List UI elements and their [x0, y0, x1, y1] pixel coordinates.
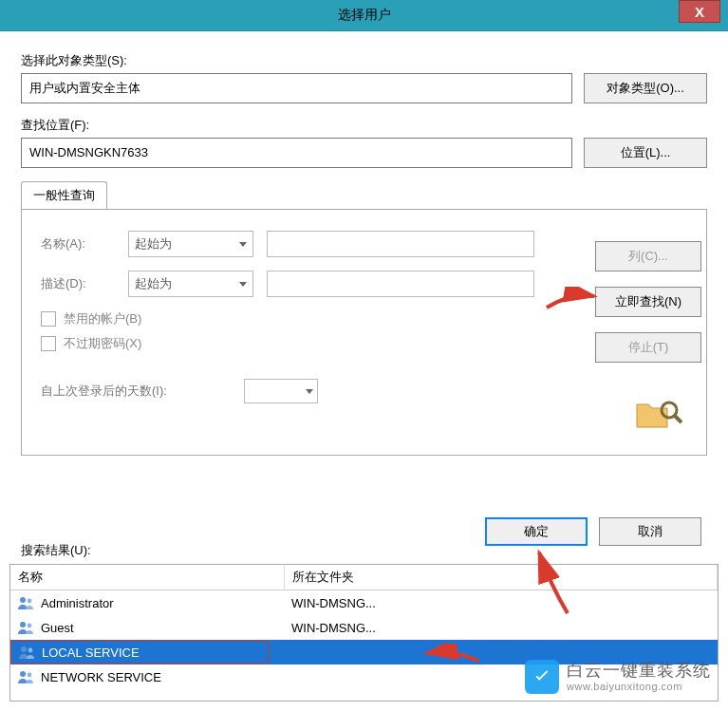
description-input[interactable]	[267, 271, 534, 297]
result-name: LOCAL SERVICE	[42, 646, 140, 660]
description-label: 描述(D):	[41, 275, 115, 292]
user-icon	[18, 596, 35, 609]
days-since-login-label: 自上次登录后的天数(I):	[41, 383, 231, 400]
svg-point-4	[20, 622, 26, 627]
svg-point-9	[28, 673, 32, 678]
location-label: 查找位置(F):	[21, 117, 707, 134]
search-results-label: 搜索结果(U):	[21, 542, 91, 559]
result-name: NETWORK SERVICE	[41, 670, 161, 684]
watermark: 白云一键重装系统 www.baiyunxitong.com	[525, 660, 711, 694]
svg-point-3	[28, 599, 32, 604]
user-icon	[18, 621, 35, 634]
result-folder: WIN-DMSNG...	[284, 621, 718, 635]
find-now-button[interactable]: 立即查找(N)	[595, 287, 701, 317]
result-row[interactable]: GuestWIN-DMSNG...	[10, 615, 718, 640]
svg-point-8	[20, 671, 26, 677]
columns-button[interactable]: 列(C)...	[595, 241, 701, 271]
name-match-combo[interactable]: 起始为	[128, 231, 253, 257]
days-since-login-combo[interactable]	[244, 379, 318, 403]
object-types-button[interactable]: 对象类型(O)...	[584, 73, 707, 103]
svg-point-6	[21, 646, 27, 652]
description-match-combo[interactable]: 起始为	[128, 271, 253, 297]
result-row[interactable]: AdministratorWIN-DMSNG...	[10, 590, 718, 615]
result-folder: WIN-DMSNG...	[284, 596, 718, 610]
cancel-button[interactable]: 取消	[599, 517, 701, 546]
svg-point-2	[20, 597, 26, 603]
titlebar: 选择用户 X	[0, 0, 728, 31]
column-folder[interactable]: 所在文件夹	[285, 565, 718, 589]
side-buttons: 列(C)... 立即查找(N) 停止(T)	[595, 241, 701, 363]
ok-cancel-row: 确定 取消	[485, 517, 701, 546]
user-icon	[19, 646, 36, 659]
watermark-title: 白云一键重装系统	[567, 662, 711, 681]
disabled-accounts-checkbox[interactable]: 禁用的帐户(B)	[41, 310, 687, 327]
name-label: 名称(A):	[41, 235, 115, 253]
svg-line-1	[674, 415, 681, 422]
watermark-badge-icon	[525, 660, 559, 694]
svg-point-7	[28, 648, 33, 653]
object-type-field[interactable]: 用户或内置安全主体	[21, 73, 572, 103]
watermark-url: www.baiyunxitong.com	[567, 681, 711, 692]
object-type-label: 选择此对象类型(S):	[21, 52, 707, 69]
column-name[interactable]: 名称	[10, 565, 285, 589]
locations-button[interactable]: 位置(L)...	[584, 138, 707, 168]
ok-button[interactable]: 确定	[485, 517, 588, 546]
svg-point-5	[28, 624, 32, 628]
close-button[interactable]: X	[679, 0, 720, 23]
user-icon	[18, 670, 35, 683]
result-name: Guest	[41, 621, 74, 635]
location-field[interactable]: WIN-DMSNGKN7633	[21, 138, 572, 168]
stop-button[interactable]: 停止(T)	[595, 332, 701, 363]
select-users-dialog: 选择用户 X 选择此对象类型(S): 用户或内置安全主体 对象类型(O)... …	[0, 0, 728, 711]
tab-general-query[interactable]: 一般性查询	[21, 181, 107, 209]
search-folder-icon	[635, 399, 682, 431]
name-input[interactable]	[267, 231, 534, 257]
results-header: 名称 所在文件夹	[10, 565, 718, 590]
result-name: Administrator	[41, 596, 114, 610]
checkbox-icon	[41, 311, 56, 327]
checkbox-icon	[41, 336, 56, 351]
non-expiring-password-checkbox[interactable]: 不过期密码(X)	[41, 335, 687, 352]
window-title: 选择用户	[338, 7, 391, 24]
close-icon: X	[695, 4, 704, 20]
